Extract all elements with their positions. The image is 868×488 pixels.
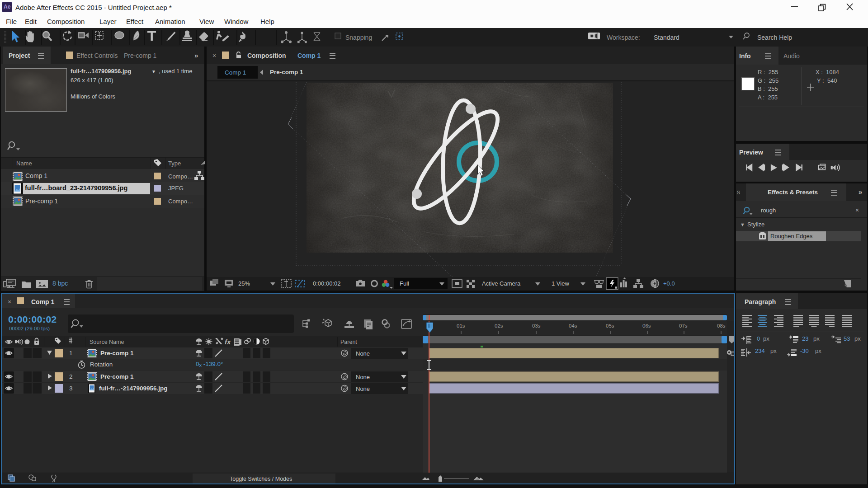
svg-text:fx: fx [225,338,231,346]
